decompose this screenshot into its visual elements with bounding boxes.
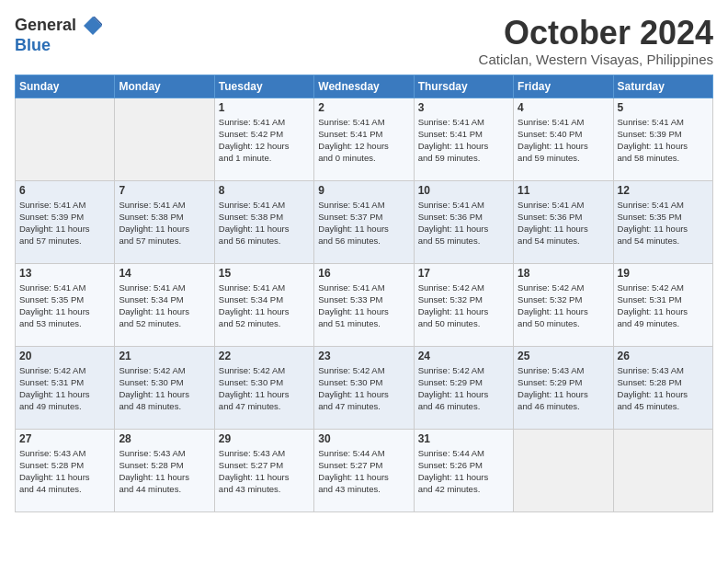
day-info: Sunrise: 5:41 AM Sunset: 5:40 PM Dayligh… <box>518 116 609 165</box>
day-info: Sunrise: 5:42 AM Sunset: 5:32 PM Dayligh… <box>518 282 609 330</box>
day-info: Sunrise: 5:41 AM Sunset: 5:39 PM Dayligh… <box>618 116 709 165</box>
day-number: 10 <box>418 184 509 197</box>
day-info: Sunrise: 5:42 AM Sunset: 5:32 PM Dayligh… <box>418 282 509 330</box>
calendar-cell: 27Sunrise: 5:43 AM Sunset: 5:28 PM Dayli… <box>16 429 115 511</box>
day-number: 22 <box>219 350 310 362</box>
calendar-cell: 14Sunrise: 5:41 AM Sunset: 5:34 PM Dayli… <box>115 263 214 346</box>
day-info: Sunrise: 5:41 AM Sunset: 5:37 PM Dayligh… <box>318 199 409 247</box>
day-info: Sunrise: 5:43 AM Sunset: 5:28 PM Dayligh… <box>119 447 210 496</box>
day-number: 28 <box>119 432 210 445</box>
calendar-cell: 25Sunrise: 5:43 AM Sunset: 5:29 PM Dayli… <box>514 346 613 429</box>
day-info: Sunrise: 5:42 AM Sunset: 5:30 PM Dayligh… <box>119 364 210 413</box>
location-title: Caticlan, Western Visayas, Philippines <box>479 52 713 67</box>
calendar-cell: 21Sunrise: 5:42 AM Sunset: 5:30 PM Dayli… <box>115 346 214 429</box>
calendar-cell: 17Sunrise: 5:42 AM Sunset: 5:32 PM Dayli… <box>414 263 513 346</box>
calendar-cell: 8Sunrise: 5:41 AM Sunset: 5:38 PM Daylig… <box>214 180 313 263</box>
day-number: 25 <box>518 350 609 362</box>
logo-general: General <box>15 16 76 34</box>
calendar-cell: 1Sunrise: 5:41 AM Sunset: 5:42 PM Daylig… <box>214 98 313 180</box>
calendar-cell: 7Sunrise: 5:41 AM Sunset: 5:38 PM Daylig… <box>115 180 214 263</box>
day-number: 20 <box>19 350 110 362</box>
calendar-cell: 31Sunrise: 5:44 AM Sunset: 5:26 PM Dayli… <box>414 429 513 511</box>
day-number: 9 <box>318 184 409 197</box>
calendar-cell <box>115 98 214 180</box>
calendar-week-row: 13Sunrise: 5:41 AM Sunset: 5:35 PM Dayli… <box>16 263 713 346</box>
day-info: Sunrise: 5:41 AM Sunset: 5:35 PM Dayligh… <box>618 199 709 247</box>
calendar-cell: 15Sunrise: 5:41 AM Sunset: 5:34 PM Dayli… <box>214 263 313 346</box>
weekday-header-cell: Tuesday <box>214 75 313 98</box>
calendar-cell: 5Sunrise: 5:41 AM Sunset: 5:39 PM Daylig… <box>613 98 712 180</box>
day-info: Sunrise: 5:43 AM Sunset: 5:29 PM Dayligh… <box>518 364 609 413</box>
day-number: 19 <box>618 267 709 280</box>
day-info: Sunrise: 5:41 AM Sunset: 5:41 PM Dayligh… <box>318 116 409 165</box>
svg-marker-0 <box>84 17 102 35</box>
calendar-cell: 3Sunrise: 5:41 AM Sunset: 5:41 PM Daylig… <box>414 98 513 180</box>
calendar-cell: 22Sunrise: 5:42 AM Sunset: 5:30 PM Dayli… <box>214 346 313 429</box>
weekday-header-cell: Thursday <box>414 75 513 98</box>
day-info: Sunrise: 5:41 AM Sunset: 5:38 PM Dayligh… <box>219 199 310 247</box>
calendar-cell: 29Sunrise: 5:43 AM Sunset: 5:27 PM Dayli… <box>214 429 313 511</box>
calendar-cell <box>514 429 613 511</box>
calendar-cell: 28Sunrise: 5:43 AM Sunset: 5:28 PM Dayli… <box>115 429 214 511</box>
calendar-cell: 26Sunrise: 5:43 AM Sunset: 5:28 PM Dayli… <box>613 346 712 429</box>
day-number: 11 <box>518 184 609 197</box>
day-info: Sunrise: 5:41 AM Sunset: 5:39 PM Dayligh… <box>19 199 110 247</box>
day-number: 1 <box>219 101 310 114</box>
calendar-cell: 6Sunrise: 5:41 AM Sunset: 5:39 PM Daylig… <box>16 180 115 263</box>
day-info: Sunrise: 5:41 AM Sunset: 5:41 PM Dayligh… <box>418 116 509 165</box>
calendar-table: SundayMondayTuesdayWednesdayThursdayFrid… <box>15 75 713 512</box>
logo-blue: Blue <box>15 36 51 54</box>
calendar-week-row: 20Sunrise: 5:42 AM Sunset: 5:31 PM Dayli… <box>16 346 713 429</box>
logo-icon <box>82 15 104 37</box>
day-info: Sunrise: 5:42 AM Sunset: 5:30 PM Dayligh… <box>318 364 409 413</box>
weekday-header-cell: Sunday <box>16 75 115 98</box>
day-info: Sunrise: 5:42 AM Sunset: 5:29 PM Dayligh… <box>418 364 509 413</box>
calendar-cell <box>613 429 712 511</box>
day-number: 16 <box>318 267 409 280</box>
day-info: Sunrise: 5:41 AM Sunset: 5:35 PM Dayligh… <box>19 282 110 330</box>
weekday-header-row: SundayMondayTuesdayWednesdayThursdayFrid… <box>16 75 713 98</box>
day-number: 26 <box>618 350 709 362</box>
day-info: Sunrise: 5:44 AM Sunset: 5:27 PM Dayligh… <box>318 447 409 496</box>
day-info: Sunrise: 5:43 AM Sunset: 5:27 PM Dayligh… <box>219 447 310 496</box>
day-number: 12 <box>618 184 709 197</box>
day-info: Sunrise: 5:41 AM Sunset: 5:33 PM Dayligh… <box>318 282 409 330</box>
day-number: 15 <box>219 267 310 280</box>
calendar-cell: 16Sunrise: 5:41 AM Sunset: 5:33 PM Dayli… <box>314 263 414 346</box>
day-number: 30 <box>318 432 409 445</box>
day-number: 2 <box>318 101 409 114</box>
calendar-cell: 23Sunrise: 5:42 AM Sunset: 5:30 PM Dayli… <box>314 346 414 429</box>
day-info: Sunrise: 5:41 AM Sunset: 5:34 PM Dayligh… <box>119 282 210 330</box>
calendar-cell: 24Sunrise: 5:42 AM Sunset: 5:29 PM Dayli… <box>414 346 513 429</box>
calendar-cell: 13Sunrise: 5:41 AM Sunset: 5:35 PM Dayli… <box>16 263 115 346</box>
day-info: Sunrise: 5:41 AM Sunset: 5:42 PM Dayligh… <box>219 116 310 165</box>
day-number: 18 <box>518 267 609 280</box>
calendar-week-row: 27Sunrise: 5:43 AM Sunset: 5:28 PM Dayli… <box>16 429 713 511</box>
day-number: 24 <box>418 350 509 362</box>
day-info: Sunrise: 5:41 AM Sunset: 5:36 PM Dayligh… <box>518 199 609 247</box>
calendar-cell: 4Sunrise: 5:41 AM Sunset: 5:40 PM Daylig… <box>514 98 613 180</box>
day-info: Sunrise: 5:41 AM Sunset: 5:38 PM Dayligh… <box>119 199 210 247</box>
day-number: 13 <box>19 267 110 280</box>
calendar-cell <box>16 98 115 180</box>
day-info: Sunrise: 5:43 AM Sunset: 5:28 PM Dayligh… <box>19 447 110 496</box>
calendar-week-row: 1Sunrise: 5:41 AM Sunset: 5:42 PM Daylig… <box>16 98 713 180</box>
day-info: Sunrise: 5:43 AM Sunset: 5:28 PM Dayligh… <box>618 364 709 413</box>
day-number: 29 <box>219 432 310 445</box>
calendar-cell: 19Sunrise: 5:42 AM Sunset: 5:31 PM Dayli… <box>613 263 712 346</box>
day-number: 31 <box>418 432 509 445</box>
day-info: Sunrise: 5:41 AM Sunset: 5:34 PM Dayligh… <box>219 282 310 330</box>
calendar-week-row: 6Sunrise: 5:41 AM Sunset: 5:39 PM Daylig… <box>16 180 713 263</box>
day-number: 21 <box>119 350 210 362</box>
day-number: 6 <box>19 184 110 197</box>
day-number: 8 <box>219 184 310 197</box>
calendar-cell: 11Sunrise: 5:41 AM Sunset: 5:36 PM Dayli… <box>514 180 613 263</box>
calendar-body: 1Sunrise: 5:41 AM Sunset: 5:42 PM Daylig… <box>16 98 713 511</box>
day-number: 4 <box>518 101 609 114</box>
calendar-cell: 9Sunrise: 5:41 AM Sunset: 5:37 PM Daylig… <box>314 180 414 263</box>
weekday-header-cell: Saturday <box>613 75 712 98</box>
month-title: October 2024 <box>479 15 713 52</box>
day-info: Sunrise: 5:42 AM Sunset: 5:30 PM Dayligh… <box>219 364 310 413</box>
calendar-cell: 12Sunrise: 5:41 AM Sunset: 5:35 PM Dayli… <box>613 180 712 263</box>
calendar-cell: 2Sunrise: 5:41 AM Sunset: 5:41 PM Daylig… <box>314 98 414 180</box>
